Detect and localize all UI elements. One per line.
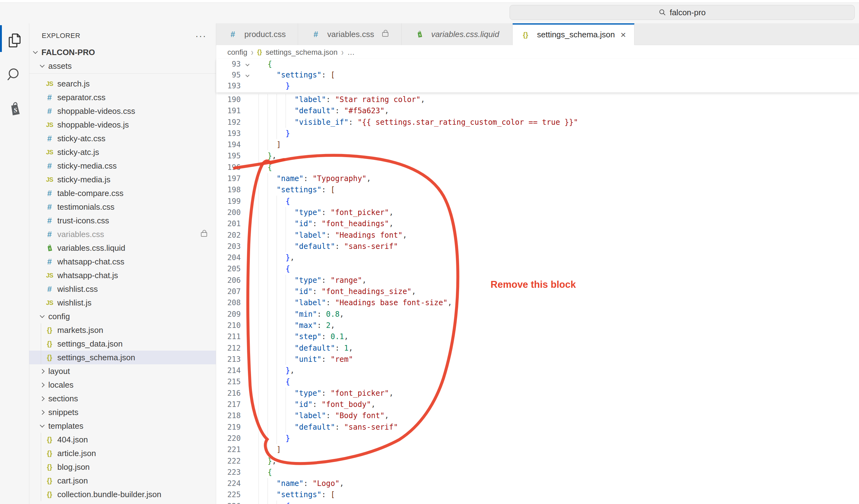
- code-line-208[interactable]: 208"label": "Headings base font-size",: [216, 297, 859, 308]
- code-line-210[interactable]: 210"max": 2,: [216, 320, 859, 331]
- code-line-217[interactable]: 217"id": "font_body",: [216, 399, 859, 410]
- code-line-201[interactable]: 201"id": "font_headings",: [216, 218, 859, 229]
- code-line-200[interactable]: 200"type": "font_picker",: [216, 207, 859, 218]
- tab-settings-schema-json[interactable]: {}settings_schema.json×: [513, 23, 634, 45]
- file-row-404-json[interactable]: {}404.json: [29, 433, 216, 446]
- file-row-whatsapp-chat-css[interactable]: #whatsapp-chat.css: [29, 255, 216, 268]
- fold-chevron-icon[interactable]: [245, 62, 250, 66]
- indent-guide: [258, 94, 259, 105]
- file-row-variables-css-liquid[interactable]: Svariables.css.liquid: [29, 241, 216, 255]
- code-area[interactable]: 190"label": "Star rating color",191"defa…: [216, 94, 859, 504]
- code-line-194[interactable]: 194]: [216, 139, 859, 150]
- code-line-209[interactable]: 209"min": 0.8,: [216, 309, 859, 320]
- file-row-variables-css[interactable]: #variables.css: [29, 227, 216, 241]
- file-row-testimonials-css[interactable]: #testimonials.css: [29, 200, 216, 214]
- code-line-195[interactable]: 195},: [216, 150, 859, 161]
- code-line-226[interactable]: 226{: [216, 501, 859, 504]
- file-row-shoppable-videos-js[interactable]: JSshoppable-videos.js: [29, 118, 216, 131]
- code-line-199[interactable]: 199{: [216, 196, 859, 207]
- indent-guide: [268, 309, 268, 320]
- file-row-wishlist-js[interactable]: JSwishlist.js: [29, 296, 216, 310]
- folder-row-sections[interactable]: sections: [29, 392, 216, 405]
- code-line-215[interactable]: 215{: [216, 376, 859, 387]
- file-row-cart-json[interactable]: {}cart.json: [29, 474, 216, 488]
- explorer-more-actions-button[interactable]: ···: [195, 34, 207, 37]
- file-row-wishlist-css[interactable]: #wishlist.css: [29, 282, 216, 296]
- indent-guide: [268, 376, 268, 387]
- file-row-sticky-media-js[interactable]: JSsticky-media.js: [29, 173, 216, 186]
- code-line-218[interactable]: 218"label": "Body font",: [216, 410, 859, 421]
- indent-guide: [268, 297, 268, 308]
- indent-guide: [258, 354, 259, 365]
- file-row-collection-bundle-builder-json[interactable]: {}collection.bundle-builder.json: [29, 488, 216, 501]
- code-line-196[interactable]: 196{: [216, 162, 859, 173]
- tab-close-icon[interactable]: ×: [620, 30, 626, 40]
- code-line-219[interactable]: 219"default": "sans-serif": [216, 422, 859, 433]
- breadcrumb-segment[interactable]: …: [347, 48, 355, 57]
- code-line-212[interactable]: 212"default": 1,: [216, 343, 859, 354]
- folder-row-layout[interactable]: layout: [29, 364, 216, 378]
- file-row-article-json[interactable]: {}article.json: [29, 446, 216, 460]
- folder-row-snippets[interactable]: snippets: [29, 405, 216, 419]
- activitybar-item-explorer[interactable]: [0, 23, 29, 58]
- code-line-216[interactable]: 216"type": "font_picker",: [216, 388, 859, 399]
- activitybar-item-search[interactable]: [0, 58, 29, 92]
- file-row-shoppable-videos-css[interactable]: #shoppable-videos.css: [29, 104, 216, 118]
- file-row-table-compare-css[interactable]: #table-compare.css: [29, 186, 216, 200]
- code-line-202[interactable]: 202"label": "Headings font",: [216, 230, 859, 241]
- explorer-title: EXPLORER: [42, 32, 80, 40]
- file-row-search-js[interactable]: JSsearch.js: [29, 77, 216, 91]
- chevron-down-icon: [33, 49, 38, 54]
- folder-row-falcon-pro[interactable]: FALCON-PRO: [29, 45, 216, 59]
- code-line-203[interactable]: 203"default": "sans-serif": [216, 241, 859, 252]
- code-line-222[interactable]: 222},: [216, 455, 859, 467]
- file-row-sticky-atc-css[interactable]: #sticky-atc.css: [29, 131, 216, 145]
- code-line-220[interactable]: 220}: [216, 433, 859, 444]
- file-row-whatsapp-chat-js[interactable]: JSwhatsapp-chat.js: [29, 268, 216, 282]
- file-row-sticky-media-css[interactable]: #sticky-media.css: [29, 159, 216, 173]
- command-center-search[interactable]: falcon-pro: [510, 5, 855, 20]
- chevron-right-icon: [40, 396, 45, 401]
- code-line-213[interactable]: 213"unit": "rem": [216, 354, 859, 365]
- indent-guide: [268, 105, 268, 116]
- breadcrumb-segment[interactable]: settings_schema.json: [266, 48, 337, 57]
- json-file-icon: {}: [45, 353, 54, 362]
- tab-variables-css-liquid[interactable]: Svariables.css.liquid: [402, 23, 513, 45]
- tab-variables-css[interactable]: #variables.css: [298, 23, 402, 45]
- file-row-settings-schema-json[interactable]: {}settings_schema.json: [29, 351, 216, 364]
- sticky-code-line-193[interactable]: 193}: [216, 81, 859, 92]
- code-line-190[interactable]: 190"label": "Star rating color",: [216, 94, 859, 105]
- file-row-sticky-atc-js[interactable]: JSsticky-atc.js: [29, 145, 216, 159]
- indent-guide: [258, 433, 259, 444]
- file-row-settings-data-json[interactable]: {}settings_data.json: [29, 337, 216, 351]
- folder-row-assets[interactable]: assets: [29, 59, 216, 73]
- code-line-192[interactable]: 192"visible_if": "{{ settings.star_ratin…: [216, 117, 859, 128]
- activitybar-item-shopify[interactable]: S: [0, 92, 29, 126]
- code-line-225[interactable]: 225"settings": [: [216, 489, 859, 500]
- file-row-separator-css[interactable]: #separator.css: [29, 91, 216, 104]
- sticky-code-line-93[interactable]: 93{: [216, 59, 859, 70]
- code-line-223[interactable]: 223{: [216, 467, 859, 478]
- code-line-211[interactable]: 211"step": 0.1,: [216, 331, 859, 342]
- folder-row-templates[interactable]: templates: [29, 419, 216, 433]
- code-line-191[interactable]: 191"default": "#f5a623",: [216, 105, 859, 116]
- code-line-224[interactable]: 224"name": "Logo",: [216, 478, 859, 489]
- file-row-trust-icons-css[interactable]: #trust-icons.css: [29, 214, 216, 227]
- folder-row-locales[interactable]: locales: [29, 378, 216, 392]
- folder-row-config[interactable]: config: [29, 310, 216, 323]
- code-line-214[interactable]: 214},: [216, 365, 859, 376]
- code-line-204[interactable]: 204},: [216, 252, 859, 263]
- code-line-193[interactable]: 193}: [216, 128, 859, 139]
- tab-product-css[interactable]: #product.css: [216, 23, 298, 45]
- code-line-205[interactable]: 205{: [216, 263, 859, 274]
- chevron-down-icon: [40, 423, 45, 427]
- sticky-code-line-95[interactable]: 95"settings": [: [216, 70, 859, 81]
- breadcrumb-segment[interactable]: config: [227, 48, 247, 57]
- breadcrumb[interactable]: config›{}settings_schema.json›…: [227, 45, 355, 59]
- code-line-221[interactable]: 221]: [216, 444, 859, 455]
- code-line-198[interactable]: 198"settings": [: [216, 184, 859, 195]
- fold-chevron-icon[interactable]: [245, 73, 250, 77]
- code-line-197[interactable]: 197"name": "Typography",: [216, 173, 859, 184]
- file-row-blog-json[interactable]: {}blog.json: [29, 460, 216, 474]
- file-row-markets-json[interactable]: {}markets.json: [29, 323, 216, 337]
